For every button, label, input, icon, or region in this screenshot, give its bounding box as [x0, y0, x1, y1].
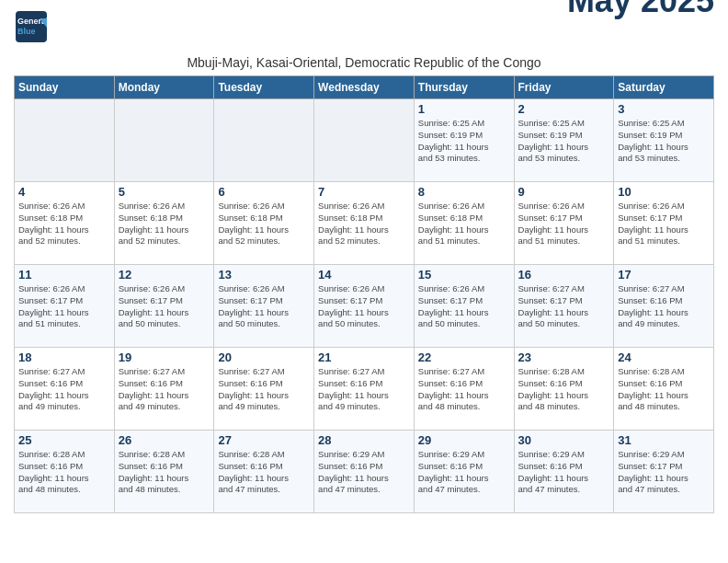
day-number: 14 — [318, 268, 410, 282]
day-number: 8 — [418, 185, 510, 199]
calendar-cell: 25Sunrise: 6:28 AM Sunset: 6:16 PM Dayli… — [15, 431, 115, 513]
weekday-header: Tuesday — [214, 76, 314, 99]
title-area: May 2025 — [567, 0, 714, 20]
day-number: 26 — [119, 433, 210, 447]
day-info: Sunrise: 6:26 AM Sunset: 6:17 PM Dayligh… — [418, 283, 510, 330]
day-info: Sunrise: 6:29 AM Sunset: 6:16 PM Dayligh… — [518, 449, 610, 496]
day-number: 10 — [618, 185, 710, 199]
day-number: 4 — [18, 185, 110, 199]
day-info: Sunrise: 6:28 AM Sunset: 6:16 PM Dayligh… — [618, 366, 710, 413]
weekday-header: Thursday — [414, 76, 514, 99]
logo: General Blue — [14, 9, 49, 48]
calendar-cell: 20Sunrise: 6:27 AM Sunset: 6:16 PM Dayli… — [214, 348, 314, 431]
day-info: Sunrise: 6:28 AM Sunset: 6:16 PM Dayligh… — [18, 449, 110, 496]
day-info: Sunrise: 6:27 AM Sunset: 6:17 PM Dayligh… — [518, 283, 610, 330]
svg-text:Blue: Blue — [17, 27, 36, 36]
day-number: 30 — [518, 433, 610, 447]
calendar-cell: 2Sunrise: 6:25 AM Sunset: 6:19 PM Daylig… — [514, 99, 614, 182]
calendar-cell: 17Sunrise: 6:27 AM Sunset: 6:16 PM Dayli… — [614, 265, 714, 348]
day-number: 11 — [18, 268, 110, 282]
day-number: 21 — [318, 350, 410, 364]
header-area: General Blue May 2025 — [14, 9, 714, 52]
calendar-cell — [214, 99, 314, 182]
calendar-cell: 27Sunrise: 6:28 AM Sunset: 6:16 PM Dayli… — [214, 431, 314, 513]
day-info: Sunrise: 6:27 AM Sunset: 6:16 PM Dayligh… — [318, 366, 410, 413]
calendar-cell: 23Sunrise: 6:28 AM Sunset: 6:16 PM Dayli… — [514, 348, 614, 431]
day-number: 31 — [618, 433, 710, 447]
calendar-week-row: 25Sunrise: 6:28 AM Sunset: 6:16 PM Dayli… — [15, 431, 714, 513]
weekday-header: Monday — [114, 76, 214, 99]
day-info: Sunrise: 6:26 AM Sunset: 6:18 PM Dayligh… — [119, 201, 210, 247]
calendar-cell: 29Sunrise: 6:29 AM Sunset: 6:16 PM Dayli… — [414, 431, 514, 513]
day-info: Sunrise: 6:28 AM Sunset: 6:16 PM Dayligh… — [518, 366, 610, 413]
calendar-cell: 15Sunrise: 6:26 AM Sunset: 6:17 PM Dayli… — [414, 265, 514, 348]
day-info: Sunrise: 6:26 AM Sunset: 6:17 PM Dayligh… — [218, 283, 310, 330]
day-info: Sunrise: 6:26 AM Sunset: 6:18 PM Dayligh… — [318, 201, 410, 247]
calendar-cell: 22Sunrise: 6:27 AM Sunset: 6:16 PM Dayli… — [414, 348, 514, 431]
calendar-cell — [314, 99, 415, 182]
subtitle: Mbuji-Mayi, Kasai-Oriental, Democratic R… — [14, 55, 714, 70]
day-number: 20 — [218, 350, 310, 364]
calendar-cell: 4Sunrise: 6:26 AM Sunset: 6:18 PM Daylig… — [15, 182, 115, 265]
weekday-header-row: SundayMondayTuesdayWednesdayThursdayFrid… — [15, 76, 714, 99]
logo-icon: General Blue — [14, 9, 49, 44]
day-number: 23 — [518, 350, 610, 364]
day-info: Sunrise: 6:27 AM Sunset: 6:16 PM Dayligh… — [18, 366, 110, 413]
calendar-cell: 5Sunrise: 6:26 AM Sunset: 6:18 PM Daylig… — [114, 182, 214, 265]
calendar-week-row: 18Sunrise: 6:27 AM Sunset: 6:16 PM Dayli… — [15, 348, 714, 431]
calendar-cell: 6Sunrise: 6:26 AM Sunset: 6:18 PM Daylig… — [214, 182, 314, 265]
day-number: 24 — [618, 350, 710, 364]
day-number: 5 — [119, 185, 210, 199]
calendar-cell: 3Sunrise: 6:25 AM Sunset: 6:19 PM Daylig… — [614, 99, 714, 182]
day-number: 6 — [218, 185, 310, 199]
day-info: Sunrise: 6:27 AM Sunset: 6:16 PM Dayligh… — [618, 283, 710, 330]
calendar-cell: 16Sunrise: 6:27 AM Sunset: 6:17 PM Dayli… — [514, 265, 614, 348]
day-number: 9 — [518, 185, 610, 199]
weekday-header: Saturday — [614, 76, 714, 99]
calendar-cell: 21Sunrise: 6:27 AM Sunset: 6:16 PM Dayli… — [314, 348, 415, 431]
day-info: Sunrise: 6:27 AM Sunset: 6:16 PM Dayligh… — [218, 366, 310, 413]
day-info: Sunrise: 6:26 AM Sunset: 6:17 PM Dayligh… — [318, 283, 410, 330]
day-info: Sunrise: 6:28 AM Sunset: 6:16 PM Dayligh… — [218, 449, 310, 496]
day-info: Sunrise: 6:29 AM Sunset: 6:17 PM Dayligh… — [618, 449, 710, 496]
weekday-header: Friday — [514, 76, 614, 99]
calendar-cell: 18Sunrise: 6:27 AM Sunset: 6:16 PM Dayli… — [15, 348, 115, 431]
calendar-week-row: 11Sunrise: 6:26 AM Sunset: 6:17 PM Dayli… — [15, 265, 714, 348]
day-number: 16 — [518, 268, 610, 282]
day-number: 7 — [318, 185, 410, 199]
day-info: Sunrise: 6:29 AM Sunset: 6:16 PM Dayligh… — [418, 449, 510, 496]
day-number: 22 — [418, 350, 510, 364]
day-info: Sunrise: 6:25 AM Sunset: 6:19 PM Dayligh… — [518, 118, 610, 165]
day-number: 17 — [618, 268, 710, 282]
calendar-cell: 7Sunrise: 6:26 AM Sunset: 6:18 PM Daylig… — [314, 182, 415, 265]
calendar-cell: 13Sunrise: 6:26 AM Sunset: 6:17 PM Dayli… — [214, 265, 314, 348]
day-info: Sunrise: 6:27 AM Sunset: 6:16 PM Dayligh… — [119, 366, 210, 413]
day-info: Sunrise: 6:26 AM Sunset: 6:17 PM Dayligh… — [119, 283, 210, 330]
day-info: Sunrise: 6:26 AM Sunset: 6:17 PM Dayligh… — [18, 283, 110, 330]
day-info: Sunrise: 6:25 AM Sunset: 6:19 PM Dayligh… — [418, 118, 510, 165]
calendar-cell: 1Sunrise: 6:25 AM Sunset: 6:19 PM Daylig… — [414, 99, 514, 182]
calendar-cell: 31Sunrise: 6:29 AM Sunset: 6:17 PM Dayli… — [614, 431, 714, 513]
calendar-cell: 9Sunrise: 6:26 AM Sunset: 6:17 PM Daylig… — [514, 182, 614, 265]
day-info: Sunrise: 6:27 AM Sunset: 6:16 PM Dayligh… — [418, 366, 510, 413]
day-info: Sunrise: 6:26 AM Sunset: 6:18 PM Dayligh… — [18, 201, 110, 247]
day-info: Sunrise: 6:25 AM Sunset: 6:19 PM Dayligh… — [618, 118, 710, 165]
day-number: 18 — [18, 350, 110, 364]
calendar-cell: 26Sunrise: 6:28 AM Sunset: 6:16 PM Dayli… — [114, 431, 214, 513]
calendar-cell: 28Sunrise: 6:29 AM Sunset: 6:16 PM Dayli… — [314, 431, 415, 513]
day-number: 15 — [418, 268, 510, 282]
day-number: 13 — [218, 268, 310, 282]
day-number: 3 — [618, 102, 710, 116]
day-number: 28 — [318, 433, 410, 447]
day-number: 27 — [218, 433, 310, 447]
calendar-cell: 11Sunrise: 6:26 AM Sunset: 6:17 PM Dayli… — [15, 265, 115, 348]
calendar-week-row: 1Sunrise: 6:25 AM Sunset: 6:19 PM Daylig… — [15, 99, 714, 182]
day-info: Sunrise: 6:26 AM Sunset: 6:17 PM Dayligh… — [618, 201, 710, 247]
day-number: 19 — [119, 350, 210, 364]
day-info: Sunrise: 6:26 AM Sunset: 6:17 PM Dayligh… — [518, 201, 610, 247]
day-number: 1 — [418, 102, 510, 116]
month-title: May 2025 — [567, 0, 714, 20]
calendar-cell: 19Sunrise: 6:27 AM Sunset: 6:16 PM Dayli… — [114, 348, 214, 431]
weekday-header: Wednesday — [314, 76, 415, 99]
day-number: 12 — [119, 268, 210, 282]
